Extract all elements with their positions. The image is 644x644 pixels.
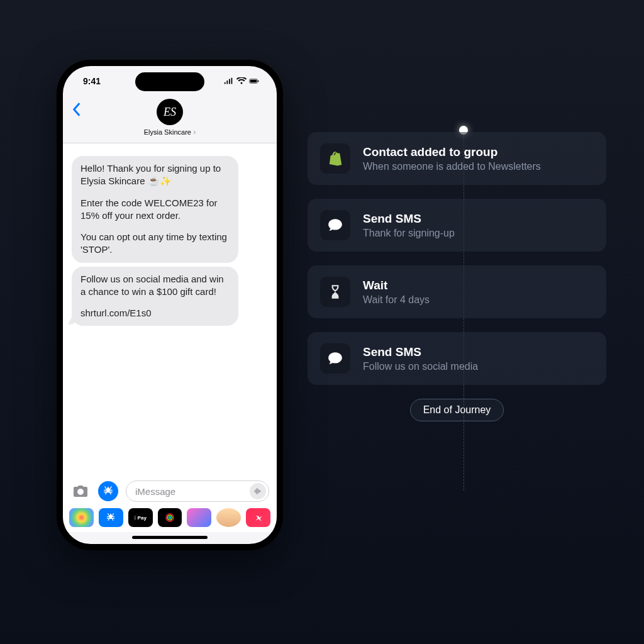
status-icons	[224, 77, 259, 85]
conversation-header: ES Elysia Skincare	[63, 96, 277, 143]
battery-icon	[249, 77, 259, 85]
digital-touch-app-icon[interactable]	[246, 508, 270, 527]
message-input[interactable]: iMessage	[126, 480, 269, 502]
fitness-app-icon[interactable]	[158, 508, 182, 527]
phone-mockup: 9:41 ES Elysia Skincare Hello! Thank you…	[57, 60, 283, 550]
message-placeholder: iMessage	[135, 486, 175, 497]
contact-avatar[interactable]: ES	[157, 99, 183, 125]
message-text: You can opt out any time by texting 'STO…	[80, 231, 230, 257]
wifi-icon	[236, 77, 247, 85]
app-drawer[interactable]:  Pay	[63, 504, 277, 532]
end-of-journey-pill: End of Journey	[410, 399, 504, 421]
step-content: Contact added to group When someone is a…	[363, 145, 594, 172]
message-text: Enter the code WELCOME23 for 15% off you…	[80, 197, 230, 223]
step-content: Wait Wait for 4 days	[363, 279, 594, 306]
memoji-app-icon[interactable]	[216, 508, 241, 527]
photos-app-icon[interactable]	[69, 508, 94, 527]
step-content: Send SMS Thank for signing-up	[363, 212, 594, 239]
app-store-app-icon[interactable]	[99, 508, 123, 527]
message-text: shrturl.com/E1s0	[80, 307, 230, 319]
step-subtitle: When someone is added to Newsletters	[363, 161, 594, 172]
message-text: Follow us on social media and win a chan…	[80, 273, 230, 299]
compose-bar: iMessage	[63, 475, 277, 504]
step-subtitle: Follow us on social media	[363, 361, 594, 372]
message-text: Hello! Thank you for signing up to Elysi…	[80, 162, 230, 188]
journey-step-send-sms-2[interactable]: Send SMS Follow us on social media	[308, 332, 606, 385]
step-title: Send SMS	[363, 212, 594, 226]
svg-point-5	[169, 517, 171, 519]
contact-name[interactable]: Elysia Skincare	[63, 128, 277, 136]
apple-pay-app-icon[interactable]:  Pay	[128, 508, 153, 527]
messages-list[interactable]: Hello! Thank you for signing up to Elysi…	[63, 143, 277, 475]
journey-step-send-sms-1[interactable]: Send SMS Thank for signing-up	[308, 199, 606, 252]
voice-memo-button[interactable]	[250, 483, 266, 499]
journey-step-contact-added[interactable]: Contact added to group When someone is a…	[308, 132, 606, 185]
back-button[interactable]	[72, 103, 80, 119]
app-store-icon[interactable]	[98, 481, 118, 501]
svg-rect-2	[258, 80, 258, 82]
app-icon-gradient[interactable]	[187, 508, 211, 527]
shopify-icon	[320, 143, 350, 174]
message-bubble: Follow us on social media and win a chan…	[72, 267, 238, 326]
journey-flow: Contact added to group When someone is a…	[308, 132, 606, 421]
hourglass-icon	[320, 277, 350, 307]
cellular-icon	[224, 77, 234, 85]
chat-icon	[320, 210, 350, 240]
home-indicator[interactable]	[132, 536, 208, 539]
step-title: Wait	[363, 279, 594, 292]
svg-point-4	[167, 515, 172, 520]
step-content: Send SMS Follow us on social media	[363, 345, 594, 372]
journey-end: End of Journey	[308, 399, 606, 421]
svg-rect-1	[250, 80, 257, 83]
phone-screen: 9:41 ES Elysia Skincare Hello! Thank you…	[63, 66, 277, 544]
camera-icon[interactable]	[70, 481, 91, 501]
step-title: Contact added to group	[363, 145, 594, 159]
phone-notch	[135, 72, 204, 91]
step-title: Send SMS	[363, 345, 594, 359]
journey-step-wait[interactable]: Wait Wait for 4 days	[308, 265, 606, 318]
step-subtitle: Wait for 4 days	[363, 294, 594, 306]
step-subtitle: Thank for signing-up	[363, 228, 594, 239]
message-bubble: Hello! Thank you for signing up to Elysi…	[72, 156, 238, 263]
chat-icon	[320, 343, 350, 374]
status-time: 9:41	[83, 76, 101, 86]
